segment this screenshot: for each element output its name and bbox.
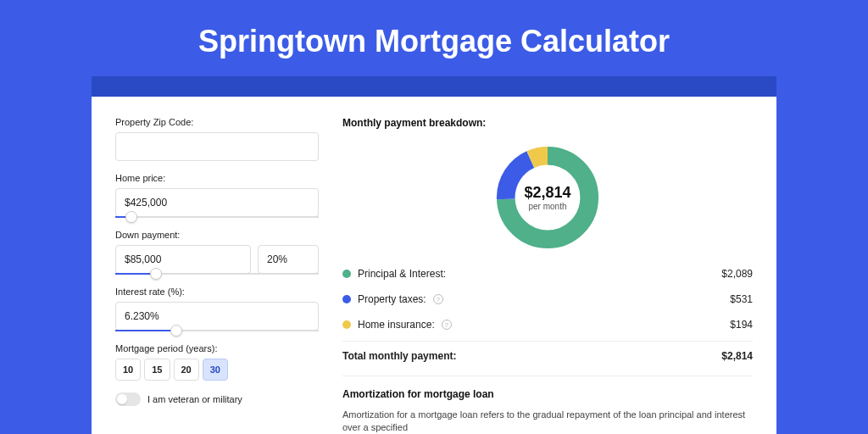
calculator-card: Property Zip Code: Home price: Down paym… [92,97,776,434]
down-payment-pct-input[interactable] [258,245,319,274]
veteran-row: I am veteran or military [115,392,319,406]
home-price-group: Home price: [115,173,319,218]
zip-label: Property Zip Code: [115,117,319,127]
banner-bar [92,76,776,97]
interest-slider[interactable] [115,330,319,331]
legend-amount: $531 [730,293,753,305]
down-payment-input[interactable] [115,245,251,274]
breakdown-column: Monthly payment breakdown: $2,814 per mo… [342,117,753,434]
legend-label: Property taxes: [358,293,426,305]
slider-thumb[interactable] [125,211,137,223]
period-btn-15[interactable]: 15 [144,359,170,381]
form-column: Property Zip Code: Home price: Down paym… [115,117,319,434]
period-group: Mortgage period (years): 10152030 [115,343,319,381]
period-btn-30[interactable]: 30 [203,359,228,381]
total-amount: $2,814 [721,350,753,362]
veteran-toggle[interactable] [115,392,141,406]
home-price-input[interactable] [115,188,319,217]
legend-dot-icon [342,295,351,303]
amortization-body: Amortization for a mortgage loan refers … [342,409,753,434]
period-label: Mortgage period (years): [115,343,319,353]
down-payment-slider[interactable] [115,273,319,275]
legend-list: Principal & Interest:$2,089Property taxe… [342,261,753,337]
down-payment-label: Down payment: [115,230,319,240]
legend-dot-icon [342,320,351,329]
legend-label: Home insurance: [358,319,435,331]
amortization-section: Amortization for mortgage loan Amortizat… [342,376,753,434]
total-label: Total monthly payment: [342,350,456,362]
amortization-title: Amortization for mortgage loan [342,388,753,400]
veteran-label: I am veteran or military [147,394,242,404]
page-title: Springtown Mortgage Calculator [0,0,868,76]
down-payment-group: Down payment: [115,230,319,275]
total-row: Total monthly payment: $2,814 [342,341,753,369]
info-icon[interactable]: ? [433,294,443,304]
period-options: 10152030 [115,359,319,381]
interest-input[interactable] [115,302,319,331]
legend-row: Property taxes:?$531 [342,287,753,312]
donut-sub: per month [528,202,566,211]
period-btn-10[interactable]: 10 [115,359,141,381]
legend-row: Principal & Interest:$2,089 [342,261,753,287]
home-price-slider[interactable] [115,216,319,218]
legend-amount: $2,089 [721,268,753,280]
interest-label: Interest rate (%): [115,287,319,297]
legend-label: Principal & Interest: [358,268,446,280]
donut-amount: $2,814 [524,184,570,202]
legend-row: Home insurance:?$194 [342,312,753,337]
info-icon[interactable]: ? [442,320,452,330]
home-price-label: Home price: [115,173,319,183]
legend-amount: $194 [730,319,753,331]
breakdown-title: Monthly payment breakdown: [342,117,753,129]
legend-dot-icon [342,270,351,278]
zip-group: Property Zip Code: [115,117,319,161]
slider-thumb[interactable] [170,325,182,337]
slider-thumb[interactable] [150,268,162,280]
period-btn-20[interactable]: 20 [174,359,199,381]
interest-group: Interest rate (%): [115,287,319,331]
donut-chart: $2,814 per month [342,137,753,261]
zip-input[interactable] [115,132,319,161]
